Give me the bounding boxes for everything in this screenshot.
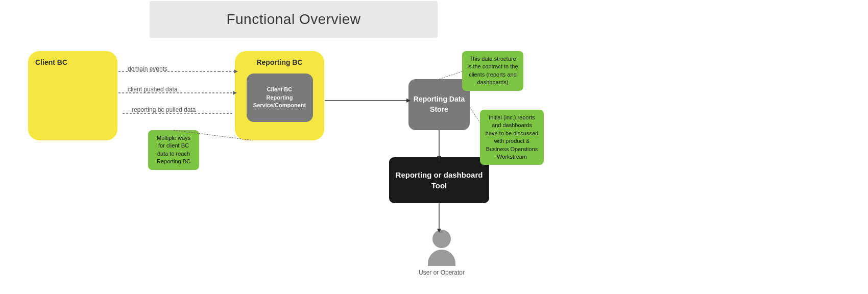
reporting-pulled-label: reporting bc pulled data (132, 106, 196, 113)
green-annotation-bottom-left: Multiple ways for client BC data to reac… (148, 130, 199, 170)
inner-component-label: Client BCReportingService/Component (253, 86, 306, 109)
green-annotation-top: This data structure is the contract to t… (462, 51, 523, 91)
client-bc-label: Client BC (35, 58, 67, 66)
green-annotation-middle: Initial (inc.) reports and dashboards ha… (480, 110, 544, 165)
domain-events-label: domain events (128, 65, 167, 72)
user-label: User or Operator (419, 269, 465, 276)
data-store-box: Reporting DataStore (408, 79, 470, 130)
client-pushed-label: client pushed data (128, 86, 177, 93)
page-title: Functional Overview (226, 11, 360, 28)
user-head-icon (432, 230, 451, 248)
title-box: Functional Overview (150, 1, 438, 38)
dashboard-tool-label: Reporting or dashboardTool (396, 169, 483, 191)
svg-line-14 (470, 107, 480, 122)
reporting-bc-box: Reporting BC Client BCReportingService/C… (235, 51, 324, 140)
data-store-label: Reporting DataStore (414, 94, 465, 114)
svg-line-11 (439, 71, 462, 79)
inner-component-box: Client BCReportingService/Component (247, 74, 313, 122)
client-bc-box: Client BC (28, 51, 117, 140)
dashboard-tool-box: Reporting or dashboardTool (389, 157, 489, 203)
user-body-icon (428, 250, 455, 266)
user-figure: User or Operator (419, 230, 465, 276)
reporting-bc-label: Reporting BC (256, 58, 302, 66)
